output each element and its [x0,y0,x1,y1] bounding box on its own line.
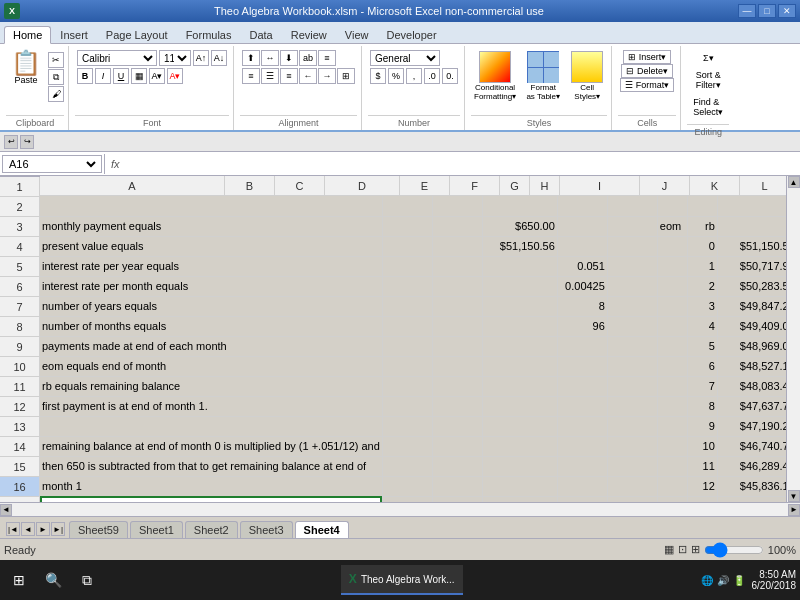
cell-C12[interactable] [432,416,482,436]
cell-E9[interactable] [557,356,607,376]
cell-A2[interactable]: monthly payment equals [40,216,382,236]
cell-E13[interactable] [557,436,607,456]
row-header-16[interactable]: 16 [0,477,40,497]
cell-H7[interactable]: 4 [687,316,717,336]
align-right-button[interactable]: ≡ [280,68,298,84]
cell-B13[interactable] [382,436,432,456]
col-header-E[interactable]: E [400,176,450,196]
sheet-nav-next[interactable]: ► [36,522,50,536]
cell-H12[interactable]: 9 [687,416,717,436]
cell-C15[interactable] [432,476,482,496]
cell-A1[interactable] [40,196,382,216]
cell-E7[interactable]: 96 [557,316,607,336]
cell-E6[interactable]: 8 [557,296,607,316]
row-header-7[interactable]: 7 [0,297,40,317]
tab-developer[interactable]: Developer [377,26,445,43]
cell-H1[interactable] [687,196,717,216]
col-header-G[interactable]: G [500,176,530,196]
cell-G13[interactable] [657,436,687,456]
cell-C14[interactable] [432,456,482,476]
cell-A7[interactable]: number of months equals [40,316,382,336]
cell-I5[interactable]: $50,283.50 [717,276,786,296]
row-header-14[interactable]: 14 [0,437,40,457]
cell-D4[interactable] [482,256,557,276]
cell-D5[interactable] [482,276,557,296]
cell-G7[interactable] [657,316,687,336]
cell-H9[interactable]: 6 [687,356,717,376]
bold-button[interactable]: B [77,68,93,84]
cell-B4[interactable] [382,256,432,276]
row-header-4[interactable]: 4 [0,237,40,257]
cell-A15[interactable]: month 1 [40,476,382,496]
cell-E11[interactable] [557,396,607,416]
cell-A10[interactable]: rb equals remaining balance [40,376,382,396]
cell-E2[interactable] [557,216,607,236]
sheet-tab-sheet59[interactable]: Sheet59 [69,521,128,538]
cell-E5[interactable]: 0.00425 [557,276,607,296]
row-header-12[interactable]: 12 [0,397,40,417]
cell-H6[interactable]: 3 [687,296,717,316]
cell-F4[interactable] [607,256,657,276]
col-header-J[interactable]: J [640,176,690,196]
cell-F9[interactable] [607,356,657,376]
align-bottom-button[interactable]: ⬇ [280,50,298,66]
cell-H15[interactable]: 12 [687,476,717,496]
cell-I3[interactable]: $51,150.56 [717,236,786,256]
underline-button[interactable]: U [113,68,129,84]
cell-E8[interactable] [557,336,607,356]
cell-H10[interactable]: 7 [687,376,717,396]
cell-G12[interactable] [657,416,687,436]
cell-F11[interactable] [607,396,657,416]
cell-C3[interactable] [432,236,482,256]
col-header-B[interactable]: B [225,176,275,196]
merge-button[interactable]: ⊞ [337,68,355,84]
sheet-tab-sheet1[interactable]: Sheet1 [130,521,183,538]
cell-F6[interactable] [607,296,657,316]
cell-styles-button[interactable]: CellStyles▾ [567,48,607,104]
cell-A13[interactable]: remaining balance at end of month 0 is m… [40,436,382,456]
tab-page-layout[interactable]: Page Layout [97,26,177,43]
cell-I10[interactable]: $48,083.40 [717,376,786,396]
maximize-button[interactable]: □ [758,4,776,18]
col-header-A[interactable]: A [40,176,225,196]
row-header-9[interactable]: 9 [0,337,40,357]
cell-D15[interactable] [482,476,557,496]
row-header-5[interactable]: 5 [0,257,40,277]
row-header-2[interactable]: 2 [0,197,40,217]
sheet-tab-sheet2[interactable]: Sheet2 [185,521,238,538]
col-header-F[interactable]: F [450,176,500,196]
tab-review[interactable]: Review [282,26,336,43]
format-as-table-button[interactable]: Formatas Table▾ [523,48,563,104]
cell-C1[interactable] [432,196,482,216]
cell-B9[interactable] [382,356,432,376]
cell-E3[interactable] [557,236,607,256]
col-header-H[interactable]: H [530,176,560,196]
align-middle-button[interactable]: ↔ [261,50,279,66]
number-format-select[interactable]: General [370,50,440,66]
horizontal-scrollbar[interactable]: ◄ ► [0,502,800,516]
minimize-button[interactable]: — [738,4,756,18]
cell-D7[interactable] [482,316,557,336]
window-controls[interactable]: — □ ✕ [738,4,796,18]
cell-I12[interactable]: $47,190.22 [717,416,786,436]
cell-E14[interactable] [557,456,607,476]
cell-G5[interactable] [657,276,687,296]
scroll-up-button[interactable]: ▲ [788,176,800,188]
sheet-tab-sheet4[interactable]: Sheet4 [295,521,349,538]
cell-C5[interactable] [432,276,482,296]
cell-D12[interactable] [482,416,557,436]
cell-A12[interactable] [40,416,382,436]
cell-F3[interactable] [607,236,657,256]
tab-home[interactable]: Home [4,26,51,44]
cell-F8[interactable] [607,336,657,356]
cell-I15[interactable]: $45,836.15 [717,476,786,496]
cell-H13[interactable]: 10 [687,436,717,456]
cell-E1[interactable] [557,196,607,216]
cell-A4[interactable]: interest rate per year equals [40,256,382,276]
orient-button[interactable]: ab [299,50,317,66]
cell-H5[interactable]: 2 [687,276,717,296]
cell-G6[interactable] [657,296,687,316]
cell-E4[interactable]: 0.051 [557,256,607,276]
currency-button[interactable]: $ [370,68,386,84]
cell-I7[interactable]: $49,409.06 [717,316,786,336]
